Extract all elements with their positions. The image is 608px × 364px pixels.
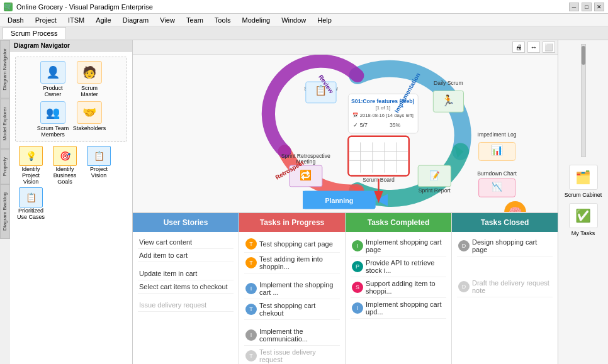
svg-text:Daily Scrum: Daily Scrum: [434, 80, 463, 86]
task-impl-cart-page: I Implement shopping cart page: [351, 236, 446, 256]
diagram-navigator-tab[interactable]: Diagram Navigator: [0, 40, 10, 99]
main-content: 🖨 ↔ ⬜: [133, 40, 558, 364]
project-vision-icon: 📋: [87, 146, 111, 166]
stakeholders-item: 🤝 Stakeholders: [73, 101, 106, 138]
svg-text:🔁: 🔁: [300, 169, 312, 181]
spacer-6: [457, 262, 553, 267]
spacer-1: [138, 262, 234, 267]
task-provide-api: P Provide API to retrieve stock i...: [351, 256, 446, 277]
menu-item-team[interactable]: Team: [181, 15, 208, 25]
task-test-adding-item-text: Test adding item into shoppin...: [259, 255, 339, 270]
tasks-closed-column: Tasks Closed D Design shopping cart page…: [452, 213, 558, 364]
scrum-cabinet-icon: 🗂️: [569, 165, 598, 190]
menu-item-diagram[interactable]: Diagram: [118, 15, 154, 25]
task-support-adding: S Support adding item to shoppi...: [351, 277, 446, 298]
tasks-completed-column: Tasks Completed I Implement shopping car…: [346, 213, 452, 364]
diagram-nav-content: 👤 Product Owner 🧑 Scrum Master 👥 Scrum T…: [10, 52, 132, 364]
maximize-button[interactable]: □: [582, 3, 592, 11]
title-bar-left: 🛒 Online Grocery - Visual Paradigm Enter…: [4, 3, 153, 11]
vertical-sidebar: Diagram Navigator Model Explorer Propert…: [0, 40, 10, 239]
menu-item-dash[interactable]: Dash: [3, 15, 29, 25]
user-stories-header: User Stories: [133, 213, 239, 232]
toolbar-icon-2[interactable]: ↔: [527, 41, 540, 53]
svg-text:Sprint Retrospective: Sprint Retrospective: [281, 153, 330, 159]
identify-project-vision-item[interactable]: 💡 Identify Project Vision: [15, 146, 47, 185]
task-impl-communication-text: Implement the communicatio...: [259, 328, 339, 343]
scrum-team-item: 👥 Scrum Team Members: [37, 101, 69, 138]
diagram-area: Scrum Board S01:Core features (Web) [1 o…: [133, 55, 558, 212]
scrum-process-tab[interactable]: Scrum Process: [3, 27, 66, 39]
my-tasks-icon: ✅: [569, 203, 598, 228]
identify-project-vision-label: Identify Project Vision: [15, 166, 47, 185]
diagram-navigator-panel: Diagram Navigator 👤 Product Owner 🧑 Scru…: [10, 40, 133, 364]
toolbar-icon-1[interactable]: 🖨: [512, 41, 525, 53]
task-view-cart: View cart content: [138, 236, 234, 249]
avatar-design-cart: D: [458, 240, 470, 251]
menu-item-itsm[interactable]: ITSM: [63, 15, 89, 25]
svg-rect-2: [348, 136, 408, 176]
main-layout: Diagram Navigator 👤 Product Owner 🧑 Scru…: [0, 40, 608, 364]
menu-item-view[interactable]: View: [155, 15, 180, 25]
close-button[interactable]: ✕: [594, 3, 604, 11]
scrum-process-svg: Scrum Board S01:Core features (Web) [1 o…: [133, 55, 558, 212]
right-scrollbar[interactable]: [581, 44, 586, 157]
task-draft-delivery-text: Draft the delivery request note: [472, 279, 551, 294]
svg-text:Sprint Report: Sprint Report: [419, 188, 451, 194]
menu-item-modeling[interactable]: Modeling: [237, 15, 276, 25]
task-support-adding-text: Support adding item to shoppi...: [366, 280, 445, 295]
menu-item-window[interactable]: Window: [276, 15, 311, 25]
kanban-board: User Stories View cart content Add item …: [133, 212, 558, 364]
prioritized-use-cases-item[interactable]: 📋 Prioritized Use Cases: [15, 187, 47, 220]
app-icon: 🛒: [4, 3, 13, 11]
identify-business-goals-item[interactable]: 🎯 Identify Business Goals: [49, 146, 81, 185]
kanban-columns: User Stories View cart content Add item …: [133, 212, 558, 364]
toolbar-icon-3[interactable]: ⬜: [543, 41, 555, 53]
my-tasks-item[interactable]: ✅ My Tasks: [569, 203, 598, 236]
task-test-cart-page: T Test shopping cart page: [244, 236, 340, 253]
diagram-backlog-tab[interactable]: Diagram Backlog: [0, 184, 10, 239]
task-add-item: Add item to cart: [138, 249, 234, 262]
tasks-in-progress-body: T Test shopping cart page T Test adding …: [239, 232, 345, 364]
task-impl-communication: I Implement the communicatio...: [244, 325, 340, 346]
task-select-cart: Select cart items to checkout: [138, 280, 234, 294]
tasks-completed-header: Tasks Completed: [346, 213, 451, 232]
model-explorer-tab[interactable]: Model Explorer: [0, 99, 10, 149]
svg-text:📉: 📉: [492, 182, 502, 192]
scrum-cabinet-item[interactable]: 🗂️ Scrum Cabinet: [565, 165, 602, 198]
menu-item-help[interactable]: Help: [312, 15, 337, 25]
scrum-master-item: 🧑 Scrum Master: [73, 61, 106, 97]
property-tab[interactable]: Property: [0, 149, 10, 184]
tab-bar: Scrum Process: [0, 26, 608, 40]
svg-text:Planning: Planning: [325, 197, 353, 204]
identify-business-goals-label: Identify Business Goals: [49, 166, 81, 185]
avatar-draft-delivery: D: [458, 281, 470, 292]
prioritized-use-cases-icon: 📋: [19, 187, 43, 207]
task-provide-api-text: Provide API to retrieve stock i...: [366, 259, 445, 274]
avatar-provide-api: P: [352, 261, 363, 272]
identify-project-vision-icon: 💡: [19, 146, 43, 166]
menu-item-tools[interactable]: Tools: [210, 15, 236, 25]
svg-text:Burndown Chart: Burndown Chart: [477, 171, 517, 177]
task-test-adding-item: T Test adding item into shoppin...: [244, 253, 340, 273]
svg-text:✓ 5/7: ✓ 5/7: [353, 122, 368, 128]
title-bar-controls[interactable]: ─ □ ✕: [569, 3, 604, 11]
avatar-test-delivery: T: [245, 350, 257, 361]
task-update-item: Update item in cart: [138, 267, 234, 280]
menu-item-agile[interactable]: Agile: [91, 15, 116, 25]
menu-bar: DashProjectITSMAgileDiagramViewTeamTools…: [0, 14, 608, 26]
project-vision-item[interactable]: 📋 Project Vision: [83, 146, 115, 185]
spacer-3: [244, 273, 340, 279]
minimize-button[interactable]: ─: [569, 3, 579, 11]
svg-text:Impediment Log: Impediment Log: [478, 131, 517, 138]
task-design-cart: D Design shopping cart page: [457, 236, 553, 256]
spacer-5: [457, 256, 553, 262]
svg-text:[1 of 1]: [1 of 1]: [376, 105, 391, 111]
right-sidebar: 🗂️ Scrum Cabinet ✅ My Tasks: [558, 40, 608, 364]
task-delivery-request: Issue delivery request: [138, 299, 234, 312]
menu-item-project[interactable]: Project: [30, 15, 62, 25]
task-test-delivery: T Test issue delivery request: [244, 346, 340, 364]
identify-business-goals-icon: 🎯: [53, 146, 77, 166]
task-impl-cart-page-text: Implement shopping cart page: [366, 238, 445, 253]
task-test-cart-page-text: Test shopping cart page: [259, 240, 339, 248]
task-impl-shopping-cart-text: Implement the shopping cart ...: [259, 281, 339, 296]
